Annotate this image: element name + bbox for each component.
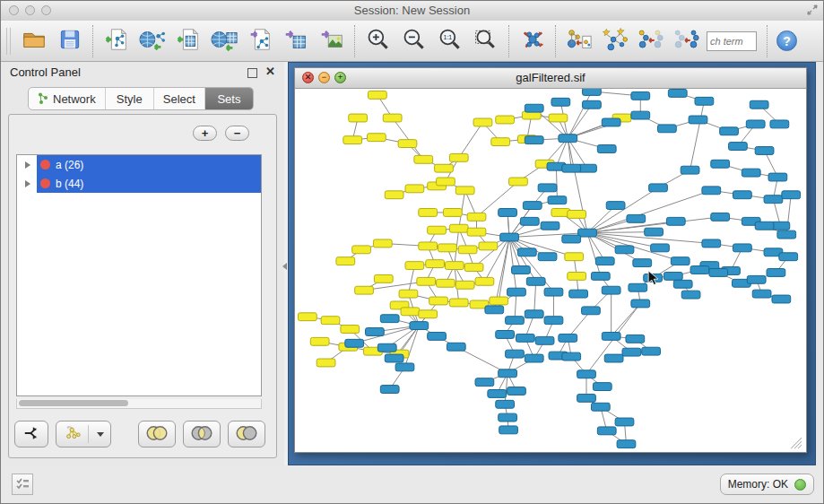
graph-node[interactable] [606,202,625,210]
graph-node[interactable] [752,290,771,298]
graph-node[interactable] [428,226,447,234]
graph-node[interactable] [414,155,433,163]
add-set-button[interactable]: + [193,126,217,141]
graph-node[interactable] [499,426,518,434]
graph-node[interactable] [380,315,399,323]
graph-node[interactable] [336,257,355,265]
graph-node[interactable] [750,100,768,109]
graph-node[interactable] [491,138,510,146]
graph-node[interactable] [345,339,364,347]
graph-node[interactable] [398,140,417,148]
graph-node[interactable] [419,242,438,250]
frame-close-icon[interactable]: ✕ [302,72,314,83]
graph-node[interactable] [499,413,517,421]
graph-node[interactable] [562,352,581,361]
open-session-button[interactable] [16,24,52,58]
graph-node[interactable] [604,354,623,362]
graph-node[interactable] [455,187,474,195]
graph-node[interactable] [538,184,557,192]
graph-node[interactable] [475,277,494,285]
graph-node[interactable] [779,253,798,261]
graph-node[interactable] [615,418,634,426]
frame-minimize-icon[interactable]: − [318,72,330,83]
close-panel-icon[interactable]: ✕ [265,65,275,78]
graph-node[interactable] [449,224,468,232]
graph-node[interactable] [479,242,498,250]
graph-node[interactable] [681,166,699,174]
graph-node[interactable] [437,178,455,186]
network-window-titlebar[interactable]: ✕ − + galFiltered.sif [295,68,806,89]
graph-node[interactable] [622,348,641,356]
dropdown-caret-icon[interactable] [97,432,104,437]
frame-maximize-icon[interactable]: + [334,72,346,83]
graph-node[interactable] [437,279,455,287]
graph-node[interactable] [438,244,457,252]
graph-node[interactable] [496,331,515,339]
graph-node[interactable] [475,378,494,387]
graph-node[interactable] [582,307,601,315]
graph-node[interactable] [355,286,374,294]
graph-node[interactable] [595,257,614,265]
import-network-file-button[interactable] [99,24,134,58]
split-set-button[interactable] [14,421,48,448]
graph-node[interactable] [449,153,468,161]
graph-node[interactable] [512,266,531,274]
graph-node[interactable] [485,306,504,314]
graph-node[interactable] [435,164,454,172]
graph-node[interactable] [626,335,645,343]
graph-node[interactable] [681,291,700,299]
set-row-b[interactable]: b (44) [17,174,261,193]
graph-node[interactable] [516,334,534,342]
graph-node[interactable] [506,350,525,358]
task-history-button[interactable] [12,474,33,495]
graph-node[interactable] [591,272,610,280]
graph-node[interactable] [695,97,714,105]
graph-node[interactable] [541,222,559,230]
zoom-fit-button[interactable]: 1:1 [432,24,468,58]
graph-node[interactable] [568,272,586,280]
graph-node[interactable] [671,257,690,265]
graph-node[interactable] [711,213,730,221]
graph-node[interactable] [629,283,647,291]
graph-node[interactable] [352,246,371,254]
difference-sets-button[interactable] [228,421,265,448]
save-session-button[interactable] [52,24,88,58]
union-sets-button[interactable] [138,421,176,448]
graph-node[interactable] [742,169,760,177]
graph-node[interactable] [377,343,396,352]
graph-node[interactable] [374,274,393,282]
graph-node[interactable] [720,127,739,135]
show-all-button[interactable] [669,24,705,58]
graph-node[interactable] [490,297,508,305]
graph-node[interactable] [689,116,707,124]
graph-node[interactable] [668,89,687,97]
graph-node[interactable] [507,288,526,296]
graph-node[interactable] [526,277,545,285]
graph-node[interactable] [445,262,464,270]
network-window[interactable]: ✕ − + galFiltered.sif [294,67,807,453]
graph-node[interactable] [702,239,721,248]
graph-node[interactable] [559,334,577,342]
graph-node[interactable] [405,262,424,270]
graph-node[interactable] [520,217,539,225]
graph-node[interactable] [772,295,791,303]
graph-node[interactable] [755,147,774,155]
graph-node[interactable] [383,114,402,122]
memory-status-button[interactable]: Memory: OK [720,474,814,495]
graph-node[interactable] [499,209,517,217]
graph-node[interactable] [666,217,685,225]
graph-node[interactable] [577,370,596,378]
toolbar-drag-handle[interactable] [6,28,11,55]
graph-node[interactable] [464,264,483,272]
export-image-button[interactable] [314,24,350,58]
zoom-in-button[interactable] [360,24,396,58]
graph-node[interactable] [310,337,329,345]
graph-node[interactable] [597,427,616,435]
graph-node[interactable] [642,347,661,355]
graph-node[interactable] [577,394,596,402]
graph-node[interactable] [569,290,588,298]
graph-node[interactable] [631,111,650,119]
graph-node[interactable] [447,343,465,351]
float-panel-icon[interactable] [247,68,257,78]
graph-node[interactable] [429,297,448,305]
